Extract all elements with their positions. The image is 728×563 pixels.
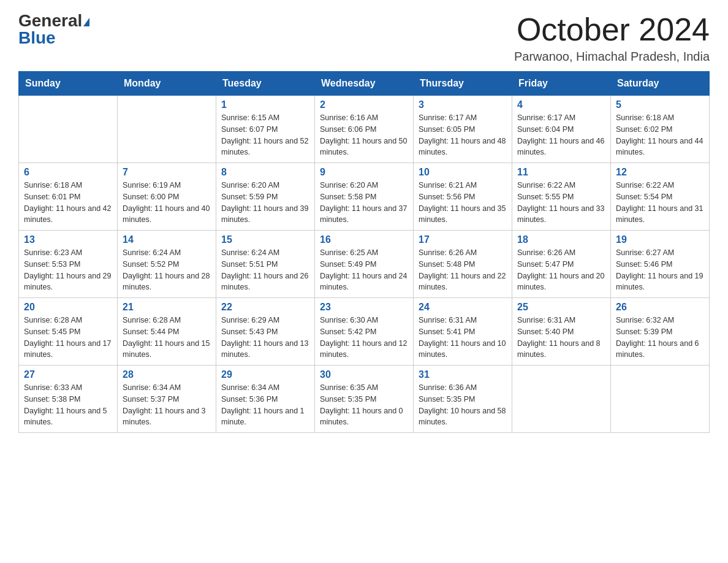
calendar-cell: 31Sunrise: 6:36 AMSunset: 5:35 PMDayligh… bbox=[414, 366, 512, 433]
day-number: 8 bbox=[221, 167, 309, 178]
day-header-tuesday: Tuesday bbox=[216, 72, 315, 96]
calendar-cell: 27Sunrise: 6:33 AMSunset: 5:38 PMDayligh… bbox=[19, 366, 118, 433]
day-number: 19 bbox=[616, 234, 704, 245]
calendar-table: SundayMondayTuesdayWednesdayThursdayFrid… bbox=[18, 71, 710, 433]
day-number: 23 bbox=[320, 302, 408, 313]
day-number: 27 bbox=[24, 369, 112, 380]
day-info: Sunrise: 6:19 AMSunset: 6:00 PMDaylight:… bbox=[123, 180, 211, 226]
week-row-5: 27Sunrise: 6:33 AMSunset: 5:38 PMDayligh… bbox=[19, 366, 710, 433]
logo-line1: General bbox=[18, 12, 89, 29]
day-info: Sunrise: 6:33 AMSunset: 5:38 PMDaylight:… bbox=[24, 382, 112, 428]
day-info: Sunrise: 6:24 AMSunset: 5:51 PMDaylight:… bbox=[221, 247, 309, 293]
location-title: Parwanoo, Himachal Pradesh, India bbox=[514, 50, 710, 64]
week-row-2: 6Sunrise: 6:18 AMSunset: 6:01 PMDaylight… bbox=[19, 163, 710, 231]
calendar-cell: 3Sunrise: 6:17 AMSunset: 6:05 PMDaylight… bbox=[414, 96, 512, 163]
day-number: 21 bbox=[123, 302, 211, 313]
day-info: Sunrise: 6:34 AMSunset: 5:37 PMDaylight:… bbox=[123, 382, 211, 428]
calendar-cell: 28Sunrise: 6:34 AMSunset: 5:37 PMDayligh… bbox=[118, 366, 216, 433]
calendar-cell: 30Sunrise: 6:35 AMSunset: 5:35 PMDayligh… bbox=[315, 366, 414, 433]
calendar-cell: 21Sunrise: 6:28 AMSunset: 5:44 PMDayligh… bbox=[118, 298, 216, 366]
day-info: Sunrise: 6:29 AMSunset: 5:43 PMDaylight:… bbox=[221, 315, 309, 361]
calendar-cell: 23Sunrise: 6:30 AMSunset: 5:42 PMDayligh… bbox=[315, 298, 414, 366]
calendar-cell: 29Sunrise: 6:34 AMSunset: 5:36 PMDayligh… bbox=[216, 366, 315, 433]
day-info: Sunrise: 6:20 AMSunset: 5:59 PMDaylight:… bbox=[221, 180, 309, 226]
calendar-cell: 4Sunrise: 6:17 AMSunset: 6:04 PMDaylight… bbox=[512, 96, 611, 163]
day-number: 16 bbox=[320, 234, 408, 245]
calendar-cell: 13Sunrise: 6:23 AMSunset: 5:53 PMDayligh… bbox=[19, 231, 118, 298]
calendar-cell: 19Sunrise: 6:27 AMSunset: 5:46 PMDayligh… bbox=[611, 231, 710, 298]
day-number: 25 bbox=[517, 302, 605, 313]
day-info: Sunrise: 6:27 AMSunset: 5:46 PMDaylight:… bbox=[616, 247, 704, 293]
day-number: 22 bbox=[221, 302, 309, 313]
day-number: 1 bbox=[221, 99, 309, 110]
calendar-cell: 26Sunrise: 6:32 AMSunset: 5:39 PMDayligh… bbox=[611, 298, 710, 366]
day-info: Sunrise: 6:22 AMSunset: 5:54 PMDaylight:… bbox=[616, 180, 704, 226]
calendar-cell: 10Sunrise: 6:21 AMSunset: 5:56 PMDayligh… bbox=[414, 163, 512, 231]
day-info: Sunrise: 6:32 AMSunset: 5:39 PMDaylight:… bbox=[616, 315, 704, 361]
day-info: Sunrise: 6:25 AMSunset: 5:49 PMDaylight:… bbox=[320, 247, 408, 293]
day-header-sunday: Sunday bbox=[19, 72, 118, 96]
day-number: 30 bbox=[320, 369, 408, 380]
calendar-cell bbox=[611, 366, 710, 433]
day-number: 17 bbox=[419, 234, 507, 245]
calendar-cell: 24Sunrise: 6:31 AMSunset: 5:41 PMDayligh… bbox=[414, 298, 512, 366]
day-info: Sunrise: 6:22 AMSunset: 5:55 PMDaylight:… bbox=[517, 180, 605, 226]
calendar-cell: 8Sunrise: 6:20 AMSunset: 5:59 PMDaylight… bbox=[216, 163, 315, 231]
calendar-cell: 2Sunrise: 6:16 AMSunset: 6:06 PMDaylight… bbox=[315, 96, 414, 163]
day-info: Sunrise: 6:17 AMSunset: 6:05 PMDaylight:… bbox=[419, 112, 507, 158]
day-info: Sunrise: 6:28 AMSunset: 5:45 PMDaylight:… bbox=[24, 315, 112, 361]
day-header-wednesday: Wednesday bbox=[315, 72, 414, 96]
day-info: Sunrise: 6:35 AMSunset: 5:35 PMDaylight:… bbox=[320, 382, 408, 428]
week-row-3: 13Sunrise: 6:23 AMSunset: 5:53 PMDayligh… bbox=[19, 231, 710, 298]
day-info: Sunrise: 6:23 AMSunset: 5:53 PMDaylight:… bbox=[24, 247, 112, 293]
calendar-cell: 14Sunrise: 6:24 AMSunset: 5:52 PMDayligh… bbox=[118, 231, 216, 298]
day-number: 7 bbox=[123, 167, 211, 178]
week-row-4: 20Sunrise: 6:28 AMSunset: 5:45 PMDayligh… bbox=[19, 298, 710, 366]
day-info: Sunrise: 6:21 AMSunset: 5:56 PMDaylight:… bbox=[419, 180, 507, 226]
day-number: 11 bbox=[517, 167, 605, 178]
day-info: Sunrise: 6:31 AMSunset: 5:40 PMDaylight:… bbox=[517, 315, 605, 361]
calendar-cell: 25Sunrise: 6:31 AMSunset: 5:40 PMDayligh… bbox=[512, 298, 611, 366]
day-number: 15 bbox=[221, 234, 309, 245]
day-number: 5 bbox=[616, 99, 704, 110]
day-number: 4 bbox=[517, 99, 605, 110]
day-info: Sunrise: 6:34 AMSunset: 5:36 PMDaylight:… bbox=[221, 382, 309, 428]
day-number: 10 bbox=[419, 167, 507, 178]
day-info: Sunrise: 6:18 AMSunset: 6:01 PMDaylight:… bbox=[24, 180, 112, 226]
day-info: Sunrise: 6:24 AMSunset: 5:52 PMDaylight:… bbox=[123, 247, 211, 293]
month-title: October 2024 bbox=[514, 12, 710, 47]
calendar-cell: 16Sunrise: 6:25 AMSunset: 5:49 PMDayligh… bbox=[315, 231, 414, 298]
calendar-cell bbox=[512, 366, 611, 433]
calendar-cell: 6Sunrise: 6:18 AMSunset: 6:01 PMDaylight… bbox=[19, 163, 118, 231]
day-number: 31 bbox=[419, 369, 507, 380]
day-number: 20 bbox=[24, 302, 112, 313]
calendar-cell: 22Sunrise: 6:29 AMSunset: 5:43 PMDayligh… bbox=[216, 298, 315, 366]
calendar-cell: 17Sunrise: 6:26 AMSunset: 5:48 PMDayligh… bbox=[414, 231, 512, 298]
day-header-monday: Monday bbox=[118, 72, 216, 96]
header: General Blue October 2024 Parwanoo, Hima… bbox=[18, 12, 710, 64]
day-number: 13 bbox=[24, 234, 112, 245]
day-info: Sunrise: 6:16 AMSunset: 6:06 PMDaylight:… bbox=[320, 112, 408, 158]
day-info: Sunrise: 6:30 AMSunset: 5:42 PMDaylight:… bbox=[320, 315, 408, 361]
calendar-cell: 9Sunrise: 6:20 AMSunset: 5:58 PMDaylight… bbox=[315, 163, 414, 231]
day-info: Sunrise: 6:26 AMSunset: 5:48 PMDaylight:… bbox=[419, 247, 507, 293]
day-info: Sunrise: 6:20 AMSunset: 5:58 PMDaylight:… bbox=[320, 180, 408, 226]
calendar-cell: 5Sunrise: 6:18 AMSunset: 6:02 PMDaylight… bbox=[611, 96, 710, 163]
day-number: 28 bbox=[123, 369, 211, 380]
day-number: 29 bbox=[221, 369, 309, 380]
calendar-body: 1Sunrise: 6:15 AMSunset: 6:07 PMDaylight… bbox=[19, 96, 710, 433]
calendar-cell: 18Sunrise: 6:26 AMSunset: 5:47 PMDayligh… bbox=[512, 231, 611, 298]
day-info: Sunrise: 6:31 AMSunset: 5:41 PMDaylight:… bbox=[419, 315, 507, 361]
day-number: 2 bbox=[320, 99, 408, 110]
calendar-cell: 15Sunrise: 6:24 AMSunset: 5:51 PMDayligh… bbox=[216, 231, 315, 298]
logo-line2: Blue bbox=[18, 29, 56, 47]
week-row-1: 1Sunrise: 6:15 AMSunset: 6:07 PMDaylight… bbox=[19, 96, 710, 163]
day-number: 6 bbox=[24, 167, 112, 178]
day-header-friday: Friday bbox=[512, 72, 611, 96]
day-info: Sunrise: 6:18 AMSunset: 6:02 PMDaylight:… bbox=[616, 112, 704, 158]
calendar-cell: 12Sunrise: 6:22 AMSunset: 5:54 PMDayligh… bbox=[611, 163, 710, 231]
day-number: 14 bbox=[123, 234, 211, 245]
calendar-cell: 11Sunrise: 6:22 AMSunset: 5:55 PMDayligh… bbox=[512, 163, 611, 231]
day-number: 12 bbox=[616, 167, 704, 178]
day-number: 9 bbox=[320, 167, 408, 178]
